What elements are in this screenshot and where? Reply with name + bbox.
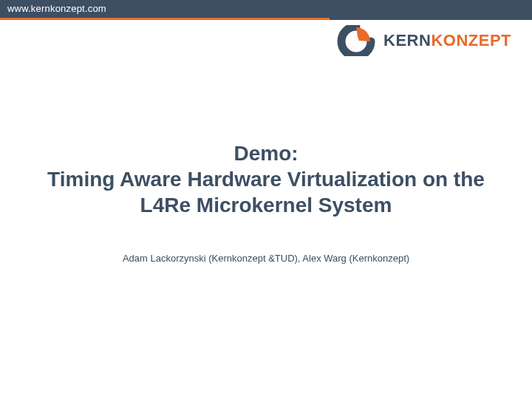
title-line-3: L4Re Microkernel System	[0, 192, 532, 218]
slide: www.kernkonzept.com KERNKONZEPT Demo: Ti…	[0, 0, 532, 399]
logo: KERNKONZEPT	[336, 25, 511, 56]
authors: Adam Lackorzynski (Kernkonzept &TUD), Al…	[0, 253, 532, 264]
header-bar: www.kernkonzept.com	[0, 0, 532, 18]
title-block: Demo: Timing Aware Hardware Virtualizati…	[0, 140, 532, 218]
logo-text-kern: KERN	[383, 31, 431, 50]
logo-text-konzept: KONZEPT	[431, 31, 511, 50]
title-line-2: Timing Aware Hardware Virtualization on …	[0, 166, 532, 192]
title-line-1: Demo:	[0, 140, 532, 166]
logo-text: KERNKONZEPT	[383, 31, 511, 50]
accent-strip	[0, 18, 532, 20]
header-url: www.kernkonzept.com	[7, 3, 106, 14]
logo-icon	[336, 25, 376, 56]
svg-point-0	[349, 36, 359, 46]
